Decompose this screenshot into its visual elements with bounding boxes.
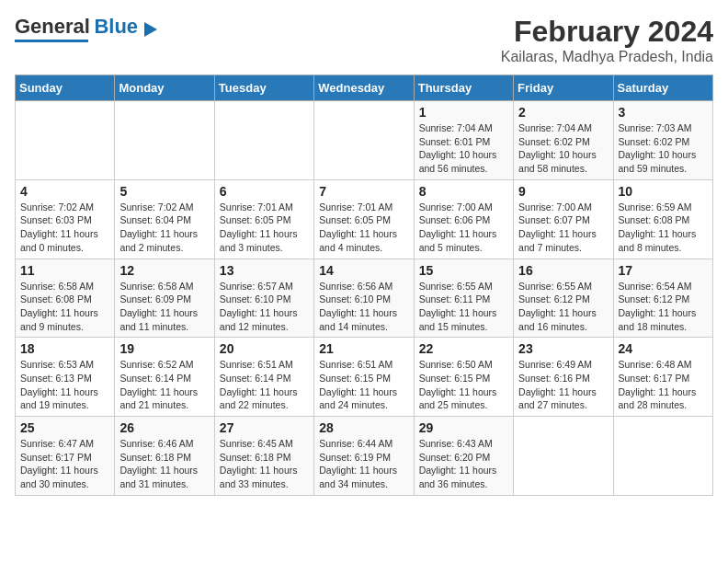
- calendar-cell: [115, 101, 214, 180]
- cell-daylight-info: Sunrise: 6:49 AMSunset: 6:16 PMDaylight:…: [518, 358, 608, 412]
- cell-daylight-info: Sunrise: 6:46 AMSunset: 6:18 PMDaylight:…: [119, 437, 209, 491]
- calendar-header: SundayMondayTuesdayWednesdayThursdayFrid…: [16, 75, 713, 101]
- weekday-header-wednesday: Wednesday: [314, 75, 414, 101]
- calendar-week-3: 18Sunrise: 6:53 AMSunset: 6:13 PMDayligh…: [16, 338, 713, 417]
- cell-day-number: 7: [319, 184, 408, 199]
- calendar-cell: 11Sunrise: 6:58 AMSunset: 6:08 PMDayligh…: [16, 259, 115, 338]
- cell-daylight-info: Sunrise: 7:03 AMSunset: 6:02 PMDaylight:…: [619, 121, 708, 176]
- calendar-cell: 6Sunrise: 7:01 AMSunset: 6:05 PMDaylight…: [214, 179, 313, 259]
- cell-daylight-info: Sunrise: 6:53 AMSunset: 6:13 PMDaylight:…: [20, 358, 109, 412]
- calendar-cell: 21Sunrise: 6:51 AMSunset: 6:15 PMDayligh…: [314, 338, 414, 417]
- cell-day-number: 9: [518, 184, 608, 199]
- cell-daylight-info: Sunrise: 6:54 AMSunset: 6:12 PMDaylight:…: [619, 280, 708, 334]
- page-header: General Blue February 2024 Kailaras, Mad…: [15, 15, 713, 65]
- cell-day-number: 20: [220, 341, 309, 356]
- cell-daylight-info: Sunrise: 6:56 AMSunset: 6:10 PMDaylight:…: [319, 280, 408, 334]
- calendar-cell: 24Sunrise: 6:48 AMSunset: 6:17 PMDayligh…: [613, 338, 712, 417]
- calendar-cell: 15Sunrise: 6:55 AMSunset: 6:11 PMDayligh…: [414, 259, 513, 338]
- calendar-cell: 8Sunrise: 7:00 AMSunset: 6:06 PMDaylight…: [414, 179, 513, 259]
- cell-day-number: 23: [518, 341, 608, 356]
- cell-daylight-info: Sunrise: 6:57 AMSunset: 6:10 PMDaylight:…: [220, 280, 309, 334]
- weekday-header-friday: Friday: [514, 75, 613, 101]
- calendar-cell: 9Sunrise: 7:00 AMSunset: 6:07 PMDaylight…: [514, 179, 613, 259]
- cell-day-number: 18: [20, 341, 109, 356]
- calendar-cell: 27Sunrise: 6:45 AMSunset: 6:18 PMDayligh…: [214, 417, 313, 496]
- logo-blue: Blue: [94, 15, 138, 38]
- calendar-week-1: 4Sunrise: 7:02 AMSunset: 6:03 PMDaylight…: [16, 179, 713, 259]
- cell-day-number: 4: [20, 184, 109, 199]
- calendar-cell: 19Sunrise: 6:52 AMSunset: 6:14 PMDayligh…: [115, 338, 214, 417]
- calendar-cell: 25Sunrise: 6:47 AMSunset: 6:17 PMDayligh…: [16, 417, 115, 496]
- calendar-cell: 4Sunrise: 7:02 AMSunset: 6:03 PMDaylight…: [16, 179, 115, 259]
- calendar-cell: [613, 417, 712, 496]
- cell-daylight-info: Sunrise: 7:01 AMSunset: 6:05 PMDaylight:…: [319, 201, 408, 255]
- calendar-cell: 29Sunrise: 6:43 AMSunset: 6:20 PMDayligh…: [414, 417, 513, 496]
- cell-day-number: 29: [419, 420, 508, 435]
- cell-day-number: 2: [518, 105, 608, 120]
- cell-daylight-info: Sunrise: 6:59 AMSunset: 6:08 PMDaylight:…: [619, 201, 708, 255]
- calendar-cell: 22Sunrise: 6:50 AMSunset: 6:15 PMDayligh…: [414, 338, 513, 417]
- calendar-cell: 13Sunrise: 6:57 AMSunset: 6:10 PMDayligh…: [214, 259, 313, 338]
- calendar-title: February 2024: [501, 15, 713, 49]
- calendar-cell: 3Sunrise: 7:03 AMSunset: 6:02 PMDaylight…: [613, 101, 712, 180]
- calendar-week-2: 11Sunrise: 6:58 AMSunset: 6:08 PMDayligh…: [16, 259, 713, 338]
- calendar-cell: 14Sunrise: 6:56 AMSunset: 6:10 PMDayligh…: [314, 259, 414, 338]
- calendar-cell: [314, 101, 414, 180]
- logo-underline: [15, 40, 88, 42]
- cell-daylight-info: Sunrise: 7:04 AMSunset: 6:01 PMDaylight:…: [419, 121, 508, 176]
- calendar-cell: 23Sunrise: 6:49 AMSunset: 6:16 PMDayligh…: [514, 338, 613, 417]
- calendar-week-4: 25Sunrise: 6:47 AMSunset: 6:17 PMDayligh…: [16, 417, 713, 496]
- cell-daylight-info: Sunrise: 6:55 AMSunset: 6:12 PMDaylight:…: [518, 280, 608, 334]
- calendar-cell: 5Sunrise: 7:02 AMSunset: 6:04 PMDaylight…: [115, 179, 214, 259]
- cell-day-number: 10: [619, 184, 708, 199]
- cell-daylight-info: Sunrise: 7:02 AMSunset: 6:03 PMDaylight:…: [20, 201, 109, 255]
- cell-day-number: 28: [319, 420, 408, 435]
- cell-day-number: 26: [119, 420, 209, 435]
- calendar-cell: 18Sunrise: 6:53 AMSunset: 6:13 PMDayligh…: [16, 338, 115, 417]
- calendar-cell: 2Sunrise: 7:04 AMSunset: 6:02 PMDaylight…: [514, 101, 613, 180]
- cell-day-number: 22: [419, 341, 508, 356]
- cell-daylight-info: Sunrise: 7:02 AMSunset: 6:04 PMDaylight:…: [119, 201, 209, 255]
- cell-daylight-info: Sunrise: 7:00 AMSunset: 6:06 PMDaylight:…: [419, 201, 508, 255]
- cell-day-number: 12: [119, 263, 209, 278]
- cell-day-number: 21: [319, 341, 408, 356]
- cell-day-number: 19: [119, 341, 209, 356]
- cell-daylight-info: Sunrise: 6:52 AMSunset: 6:14 PMDaylight:…: [119, 358, 209, 412]
- weekday-header-tuesday: Tuesday: [214, 75, 313, 101]
- cell-daylight-info: Sunrise: 7:04 AMSunset: 6:02 PMDaylight:…: [518, 121, 608, 176]
- cell-day-number: 6: [220, 184, 309, 199]
- logo: General Blue: [15, 15, 157, 42]
- calendar-cell: [514, 417, 613, 496]
- weekday-header-monday: Monday: [115, 75, 214, 101]
- cell-daylight-info: Sunrise: 6:58 AMSunset: 6:08 PMDaylight:…: [20, 280, 109, 334]
- cell-daylight-info: Sunrise: 6:51 AMSunset: 6:15 PMDaylight:…: [319, 358, 408, 412]
- cell-daylight-info: Sunrise: 7:01 AMSunset: 6:05 PMDaylight:…: [220, 201, 309, 255]
- calendar-body: 1Sunrise: 7:04 AMSunset: 6:01 PMDaylight…: [16, 101, 713, 496]
- calendar-cell: 26Sunrise: 6:46 AMSunset: 6:18 PMDayligh…: [115, 417, 214, 496]
- logo-general: General: [15, 15, 90, 38]
- calendar-cell: 10Sunrise: 6:59 AMSunset: 6:08 PMDayligh…: [613, 179, 712, 259]
- calendar-cell: 1Sunrise: 7:04 AMSunset: 6:01 PMDaylight…: [414, 101, 513, 180]
- calendar-cell: 7Sunrise: 7:01 AMSunset: 6:05 PMDaylight…: [314, 179, 414, 259]
- calendar-cell: 17Sunrise: 6:54 AMSunset: 6:12 PMDayligh…: [613, 259, 712, 338]
- weekday-header-row: SundayMondayTuesdayWednesdayThursdayFrid…: [16, 75, 713, 101]
- logo-arrow-icon: [144, 22, 157, 37]
- calendar-cell: 16Sunrise: 6:55 AMSunset: 6:12 PMDayligh…: [514, 259, 613, 338]
- title-block: February 2024 Kailaras, Madhya Pradesh, …: [501, 15, 713, 65]
- cell-day-number: 1: [419, 105, 508, 120]
- cell-day-number: 25: [20, 420, 109, 435]
- cell-day-number: 5: [119, 184, 209, 199]
- calendar-cell: [214, 101, 313, 180]
- calendar-subtitle: Kailaras, Madhya Pradesh, India: [501, 49, 713, 65]
- cell-daylight-info: Sunrise: 6:45 AMSunset: 6:18 PMDaylight:…: [220, 437, 309, 491]
- calendar-cell: 12Sunrise: 6:58 AMSunset: 6:09 PMDayligh…: [115, 259, 214, 338]
- cell-daylight-info: Sunrise: 6:48 AMSunset: 6:17 PMDaylight:…: [619, 358, 708, 412]
- weekday-header-sunday: Sunday: [16, 75, 115, 101]
- calendar-cell: 20Sunrise: 6:51 AMSunset: 6:14 PMDayligh…: [214, 338, 313, 417]
- cell-day-number: 17: [619, 263, 708, 278]
- cell-day-number: 13: [220, 263, 309, 278]
- cell-day-number: 27: [220, 420, 309, 435]
- cell-daylight-info: Sunrise: 6:50 AMSunset: 6:15 PMDaylight:…: [419, 358, 508, 412]
- cell-day-number: 14: [319, 263, 408, 278]
- cell-day-number: 8: [419, 184, 508, 199]
